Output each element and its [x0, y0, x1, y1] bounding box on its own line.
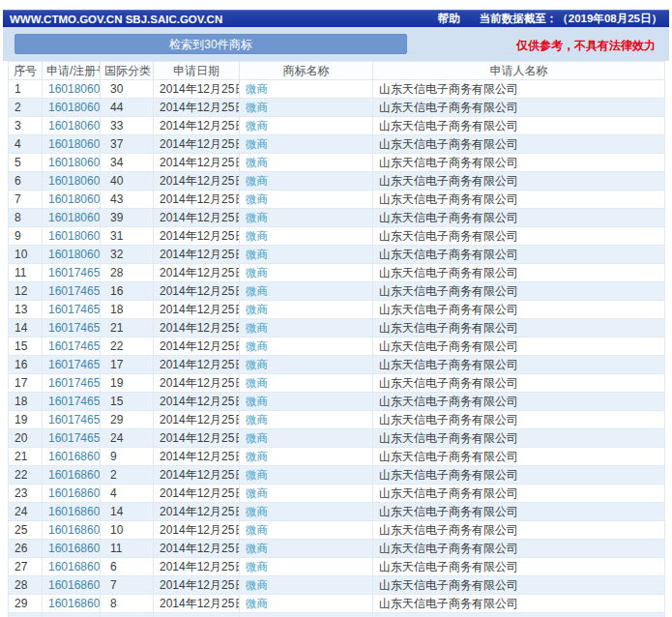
cell-index: 23 [9, 485, 43, 503]
trademark-name-link[interactable]: 微商 [246, 414, 268, 426]
reg-number-link[interactable]: 16017465 [48, 284, 100, 298]
cell-reg-number: 16017465 [43, 319, 101, 338]
reg-number-link[interactable]: 16018060 [48, 119, 100, 132]
trademark-name-link[interactable]: 微商 [246, 359, 268, 370]
trademark-name-link[interactable]: 微商 [246, 102, 268, 113]
cell-intl-class: 6 [101, 558, 154, 576]
reg-number-link[interactable]: 16017465 [48, 395, 100, 408]
trademark-name-link[interactable]: 微商 [246, 524, 268, 536]
reg-number-link[interactable]: 16016860 [48, 450, 100, 463]
cell-intl-class: 40 [101, 172, 154, 191]
trademark-name-link[interactable]: 微商 [246, 230, 268, 242]
trademark-name-link[interactable]: 微商 [246, 304, 268, 315]
table-row: 2 16018060 44 2014年12月25日 微商 山东天信电子商务有限公… [9, 99, 665, 117]
reg-number-link[interactable]: 16016860 [48, 542, 100, 555]
cell-applicant: 山东天信电子商务有限公司 [373, 540, 665, 558]
cell-date: 2014年12月25日 [154, 246, 240, 264]
help-link[interactable]: 帮助 [438, 12, 460, 26]
cell-date: 2014年12月25日 [154, 393, 240, 411]
trademark-name-link[interactable]: 微商 [246, 396, 268, 407]
reg-number-link[interactable]: 16018060 [48, 174, 100, 188]
cell-index: 15 [9, 338, 43, 356]
cell-trademark: 微商 [240, 521, 373, 540]
table-row: 21 16016860 9 2014年12月25日 微商 山东天信电子商务有限公… [9, 448, 665, 466]
reg-number-link[interactable]: 16016860 [48, 523, 100, 537]
col-header-trademark: 商标名称 [240, 62, 373, 80]
reg-number-link[interactable]: 16018060 [48, 101, 100, 114]
trademark-name-link[interactable]: 微商 [246, 469, 268, 481]
cell-date: 2014年12月25日 [154, 117, 240, 135]
trademark-name-link[interactable]: 微商 [246, 249, 268, 260]
table-row: 14 16017465 21 2014年12月25日 微商 山东天信电子商务有限… [9, 319, 665, 338]
cell-date: 2014年12月25日 [154, 485, 240, 503]
trademark-name-link[interactable]: 微商 [246, 487, 268, 499]
reg-number-link[interactable]: 16016860 [48, 578, 100, 592]
reg-number-link[interactable]: 16018060 [48, 156, 100, 169]
cell-intl-class: 11 [101, 540, 154, 558]
result-count-button[interactable]: 检索到30件商标 [15, 34, 407, 54]
trademark-name-link[interactable]: 微商 [246, 451, 268, 462]
trademark-name-link[interactable]: 微商 [246, 285, 268, 297]
trademark-name-link[interactable]: 微商 [246, 506, 268, 517]
trademark-name-link[interactable]: 微商 [246, 83, 268, 95]
cell-index: 29 [9, 595, 43, 613]
reg-number-link[interactable]: 16018060 [48, 248, 100, 261]
reg-number-link[interactable]: 16018060 [48, 82, 100, 96]
cell-trademark: 微商 [240, 80, 373, 99]
trademark-name-link[interactable]: 微商 [246, 322, 268, 334]
trademark-name-link[interactable]: 微商 [246, 175, 268, 187]
trademark-name-link[interactable]: 微商 [246, 377, 268, 389]
trademark-name-link[interactable]: 微商 [246, 212, 268, 223]
cell-index: 2 [9, 99, 43, 117]
trademark-name-link[interactable]: 微商 [246, 120, 268, 132]
trademark-name-link[interactable]: 微商 [246, 432, 268, 444]
reg-number-link[interactable]: 16016860 [48, 560, 100, 573]
cell-trademark: 微商 [240, 135, 373, 154]
cell-index: 18 [9, 393, 43, 411]
table-row: 29 16016860 8 2014年12月25日 微商 山东天信电子商务有限公… [9, 595, 665, 613]
cell-reg-number: 16017465 [43, 429, 101, 448]
reg-number-link[interactable]: 16018060 [48, 192, 100, 206]
cell-reg-number: 16017465 [43, 393, 101, 411]
cell-applicant: 山东天信电子商务有限公司 [373, 154, 665, 172]
trademark-name-link[interactable]: 微商 [246, 543, 268, 554]
cell-applicant: 山东天信电子商务有限公司 [373, 576, 665, 595]
reg-number-link[interactable]: 16016860 [48, 597, 100, 610]
cell-applicant: 山东天信电子商务有限公司 [373, 485, 665, 503]
table-row: 4 16018060 37 2014年12月25日 微商 山东天信电子商务有限公… [9, 135, 665, 154]
reg-number-link[interactable]: 16017465 [48, 358, 100, 371]
reg-number-link[interactable]: 16017465 [48, 321, 100, 335]
reg-number-link[interactable]: 16016860 [48, 468, 100, 482]
trademark-name-link[interactable]: 微商 [246, 579, 268, 591]
reg-number-link[interactable]: 16016860 [48, 505, 100, 518]
cell-date: 2014年12月25日 [154, 319, 240, 338]
cell-trademark: 微商 [240, 117, 373, 135]
trademark-name-link[interactable]: 微商 [246, 157, 268, 168]
cell-applicant: 山东天信电子商务有限公司 [373, 448, 665, 466]
trademark-name-link[interactable]: 微商 [246, 561, 268, 573]
table-row: 15 16017465 22 2014年12月25日 微商 山东天信电子商务有限… [9, 338, 665, 356]
reg-number-link[interactable]: 16018060 [48, 211, 100, 224]
trademark-name-link[interactable]: 微商 [246, 267, 268, 279]
cell-index: 21 [9, 448, 43, 466]
reg-number-link[interactable]: 16017465 [48, 303, 100, 316]
reg-number-link[interactable]: 16018060 [48, 229, 100, 243]
table-row: 5 16018060 34 2014年12月25日 微商 山东天信电子商务有限公… [9, 154, 665, 172]
cell-applicant: 山东天信电子商务有限公司 [373, 264, 665, 282]
reg-number-link[interactable]: 16017465 [48, 339, 100, 353]
cell-reg-number: 16016860 [43, 448, 101, 466]
cell-applicant: 山东天信电子商务有限公司 [373, 301, 665, 319]
trademark-name-link[interactable]: 微商 [246, 193, 268, 205]
reg-number-link[interactable]: 16016860 [48, 486, 100, 500]
reg-number-link[interactable]: 16017465 [48, 266, 100, 279]
trademark-name-link[interactable]: 微商 [246, 598, 268, 609]
table-row: 16 16017465 17 2014年12月25日 微商 山东天信电子商务有限… [9, 356, 665, 374]
trademark-name-link[interactable]: 微商 [246, 340, 268, 352]
reg-number-link[interactable]: 16018060 [48, 137, 100, 151]
trademark-name-link[interactable]: 微商 [246, 138, 268, 150]
cell-reg-number: 16017465 [43, 338, 101, 356]
reg-number-link[interactable]: 16017465 [48, 413, 100, 426]
reg-number-link[interactable]: 16017465 [48, 376, 100, 390]
table-row: 1 16018060 30 2014年12月25日 微商 山东天信电子商务有限公… [9, 80, 665, 99]
reg-number-link[interactable]: 16017465 [48, 431, 100, 445]
